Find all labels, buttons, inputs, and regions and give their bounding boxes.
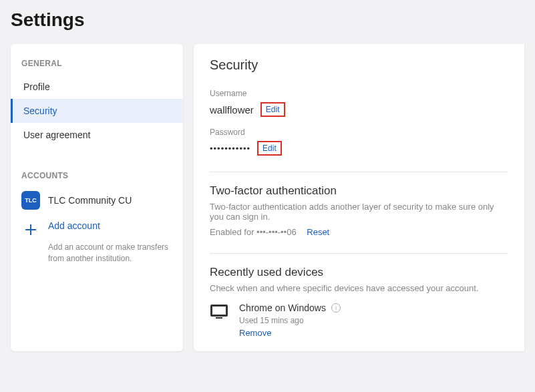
password-mask: ••••••••••• bbox=[210, 144, 250, 154]
sidebar-item-label: Security bbox=[23, 106, 57, 116]
sidebar: GENERAL Profile Security User agreement … bbox=[11, 44, 183, 351]
divider bbox=[210, 253, 508, 254]
page-title: Settings bbox=[11, 9, 524, 31]
sidebar-section-accounts: ACCOUNTS bbox=[11, 167, 183, 187]
device-name: Chrome on Windows bbox=[239, 303, 326, 313]
divider bbox=[210, 172, 508, 172]
twofa-section: Two-factor authentication Two-factor aut… bbox=[210, 184, 508, 237]
devices-desc: Check when and where specific devices ha… bbox=[210, 283, 508, 293]
twofa-reset-link[interactable]: Reset bbox=[307, 227, 329, 237]
sidebar-item-profile[interactable]: Profile bbox=[11, 75, 183, 99]
account-row[interactable]: TLC TLC Community CU bbox=[11, 187, 183, 214]
username-value: wallflower bbox=[210, 104, 254, 116]
sidebar-section-general: GENERAL bbox=[11, 55, 183, 75]
add-account-button[interactable]: Add account bbox=[11, 214, 183, 242]
devices-title: Recently used devices bbox=[210, 266, 508, 279]
twofa-desc: Two-factor authentication adds another l… bbox=[210, 202, 508, 222]
sidebar-item-label: Profile bbox=[23, 81, 50, 92]
account-logo-icon: TLC bbox=[21, 191, 40, 210]
device-time: Used 15 mins ago bbox=[239, 316, 341, 325]
svg-rect-2 bbox=[212, 307, 226, 315]
username-label: Username bbox=[210, 89, 508, 98]
info-icon[interactable]: i bbox=[331, 303, 341, 313]
devices-section: Recently used devices Check when and whe… bbox=[210, 266, 508, 338]
page-header: Settings bbox=[0, 0, 535, 44]
device-remove-link[interactable]: Remove bbox=[239, 328, 341, 338]
sidebar-item-user-agreement[interactable]: User agreement bbox=[11, 123, 183, 147]
sidebar-item-label: User agreement bbox=[23, 130, 90, 140]
add-account-label: Add account bbox=[48, 220, 100, 231]
main-panel: Security Username wallflower Edit Passwo… bbox=[194, 44, 524, 351]
username-field: Username wallflower Edit bbox=[210, 89, 508, 117]
twofa-enabled-text: Enabled for •••-•••-••06 bbox=[210, 227, 297, 237]
section-title: Security bbox=[210, 57, 508, 73]
device-row: Chrome on Windows i Used 15 mins ago Rem… bbox=[210, 303, 508, 338]
password-field: Password ••••••••••• Edit bbox=[210, 128, 508, 156]
edit-username-button[interactable]: Edit bbox=[260, 102, 285, 117]
edit-password-button[interactable]: Edit bbox=[257, 141, 282, 156]
desktop-icon bbox=[210, 304, 228, 320]
password-label: Password bbox=[210, 128, 508, 137]
svg-rect-3 bbox=[216, 317, 222, 319]
twofa-title: Two-factor authentication bbox=[210, 184, 508, 198]
add-account-desc: Add an account or make transfers from an… bbox=[11, 242, 183, 264]
plus-icon bbox=[21, 220, 40, 239]
sidebar-item-security[interactable]: Security bbox=[11, 99, 183, 123]
account-name: TLC Community CU bbox=[48, 195, 132, 206]
